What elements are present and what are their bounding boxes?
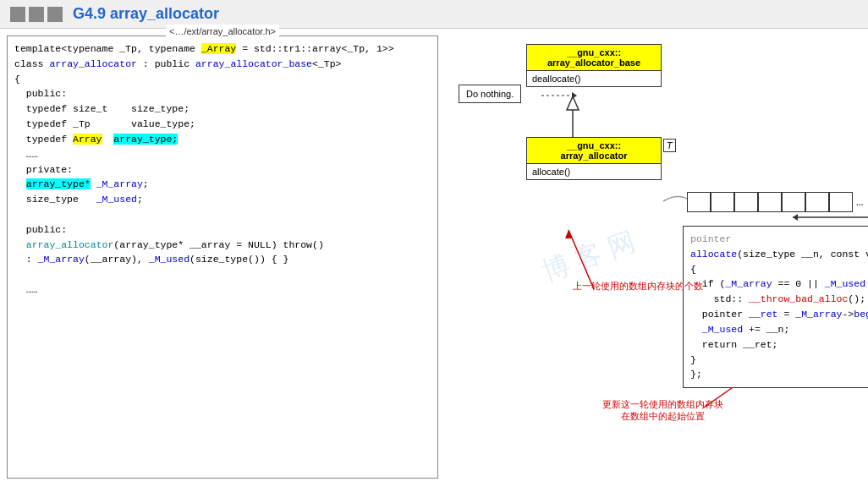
code-line-6: typedef _Tp value_type; (14, 117, 431, 132)
popup-line-brace1: { (690, 262, 868, 277)
annotation-2: 更新这一轮使用的数组内存块 在数组中的起始位置 (602, 399, 723, 423)
main-content: <…/ext/array_allocator.h> template<typen… (0, 29, 868, 485)
page-title: G4.9 array_allocator (73, 5, 219, 23)
ann1-text: 上一轮使用的数组内存块的个数 (573, 281, 703, 291)
header-icons (10, 7, 63, 22)
code-line-8: …… (14, 147, 431, 162)
right-panel: __gnu_cxx:: array_allocator_base dealloc… (442, 36, 861, 479)
code-line-5: typedef size_t size_type; (14, 101, 431, 117)
code-line-10: array_type* _M_array; (14, 177, 431, 192)
ann2b-text: 在数组中的起始位置 (602, 411, 723, 423)
array-highlight: _Array (201, 43, 236, 54)
code-line-4: public: (14, 86, 431, 101)
svg-marker-10 (565, 230, 572, 238)
code-line-3: { (14, 72, 431, 87)
base-classname: array_allocator_base (547, 57, 640, 68)
ann2-text: 更新这一轮使用的数组内存块 (602, 399, 723, 411)
uml-derived-class: __gnu_cxx:: array_allocator allocate() (526, 137, 662, 180)
derived-classname: array_allocator (561, 150, 628, 161)
base-method: deallocate() (527, 71, 661, 86)
code-line-11: size_type _M_used; (14, 192, 431, 207)
annotation-1: 上一轮使用的数组内存块的个数 (573, 281, 703, 293)
mem-cell-5 (782, 192, 805, 212)
code-line-12 (14, 207, 431, 222)
do-nothing-box: Do nothing. (459, 85, 521, 103)
mem-cell-6 (805, 192, 829, 212)
title-prefix: G4.9 (73, 5, 110, 22)
base-class-title: __gnu_cxx:: array_allocator_base (527, 45, 661, 71)
uml-base-class: __gnu_cxx:: array_allocator_base dealloc… (526, 44, 662, 87)
code-line-13: public: (14, 222, 431, 238)
code-panel: <…/ext/array_allocator.h> template<typen… (7, 36, 438, 479)
code-line-16 (14, 267, 431, 282)
popup-line-brace3: }; (690, 367, 868, 382)
mem-cell-4 (758, 192, 782, 212)
derived-class-title: __gnu_cxx:: array_allocator (527, 138, 661, 164)
svg-marker-1 (567, 96, 579, 110)
base-ns: __gnu_cxx:: (567, 47, 621, 57)
mem-cell-7 (829, 192, 853, 212)
mem-cell-2 (711, 192, 734, 212)
popup-line-func: allocate(size_type __n, const void* = 0) (690, 247, 868, 262)
popup-line-if: if (_M_array == 0 || _M_used + __n > _M_… (690, 276, 868, 292)
file-label: <…/ext/array_allocator.h> (166, 25, 279, 39)
code-line-15: : _M_array(__array), _M_used(size_type()… (14, 252, 431, 267)
t-badge-label: T (667, 140, 673, 150)
mem-cell-1 (687, 192, 711, 212)
icon-2 (29, 7, 44, 22)
code-popup: pointer allocate(size_type __n, const vo… (683, 226, 868, 388)
derived-method: allocate() (527, 164, 661, 179)
t-badge: T (663, 139, 676, 152)
icon-3 (47, 7, 63, 22)
popup-line-ptr: pointer __ret = _M_array->begin() + _M_u… (690, 307, 868, 322)
do-nothing-label: Do nothing. (466, 89, 514, 99)
code-line-9: private: (14, 162, 431, 178)
svg-marker-3 (572, 92, 577, 99)
derived-ns: __gnu_cxx:: (567, 140, 621, 150)
popup-line-pointer: pointer (690, 232, 868, 247)
mem-dots: … (856, 195, 863, 209)
popup-line-throw: std:: __throw_bad_alloc(); (690, 292, 868, 307)
code-line-1: template<typename _Tp, typename _Array =… (14, 41, 431, 57)
mem-cell-3 (734, 192, 758, 212)
header: G4.9 array_allocator (0, 0, 868, 29)
title-blue: array_allocator (110, 5, 219, 22)
code-line-14: array_allocator(array_type* __array = NU… (14, 238, 431, 253)
popup-line-brace2: } (690, 353, 868, 368)
svg-marker-7 (793, 214, 798, 221)
memory-array: … (687, 192, 863, 212)
popup-line-mused: _M_used += __n; (690, 322, 868, 337)
code-line-2: class array_allocator : public array_all… (14, 57, 431, 72)
code-line-17: …… (14, 282, 431, 298)
popup-line-ret: return __ret; (690, 337, 868, 353)
icon-1 (10, 7, 25, 22)
code-line-7: typedef Array array_type; (14, 132, 431, 147)
